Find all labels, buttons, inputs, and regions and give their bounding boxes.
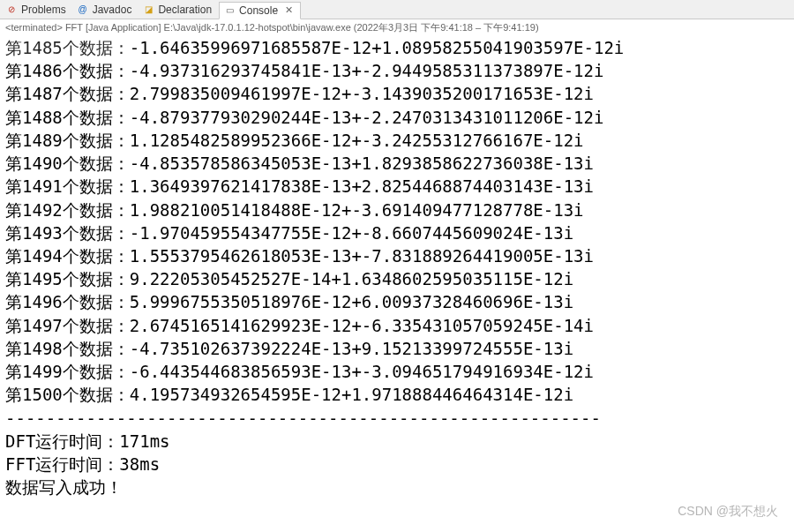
- line-value: 2.799835009461997E-12+-3.143903520017165…: [130, 84, 594, 103]
- output-line: 第1491个数据：1.3649397621417838E-13+2.825446…: [5, 175, 789, 198]
- line-value: -4.937316293745841E-13+-2.94495853113738…: [130, 61, 604, 80]
- tab-problems-label: Problems: [21, 4, 66, 16]
- line-index: 第1488个数据：: [5, 108, 130, 127]
- watermark: CSDN @我不想火: [678, 504, 778, 520]
- line-index: 第1487个数据：: [5, 84, 130, 103]
- line-index: 第1492个数据：: [5, 200, 130, 220]
- line-index: 第1489个数据：: [5, 131, 130, 150]
- line-value: 1.1285482589952366E-12+-3.24255312766167…: [130, 131, 584, 150]
- output-line: 第1494个数据：1.5553795462618053E-13+-7.83188…: [5, 244, 789, 267]
- tab-declaration-label: Declaration: [158, 4, 212, 16]
- line-index: 第1490个数据：: [5, 154, 130, 173]
- output-line: 第1489个数据：1.1285482589952366E-12+-3.24255…: [5, 129, 789, 152]
- tab-javadoc-label: Javadoc: [93, 4, 132, 16]
- output-line: 第1497个数据：2.6745165141629923E-12+-6.33543…: [5, 314, 789, 337]
- line-value: 4.195734932654595E-12+1.971888446464314E…: [130, 385, 573, 404]
- line-index: 第1491个数据：: [5, 176, 130, 196]
- javadoc-icon: @: [77, 4, 89, 16]
- line-value: -1.64635996971685587E-12+1.0895825504190…: [130, 38, 625, 57]
- status-terminated: <terminated>: [5, 22, 63, 33]
- output-line: 第1496个数据：5.9996755350518976E-12+6.009373…: [5, 290, 789, 313]
- line-index: 第1497个数据：: [5, 316, 130, 335]
- line-value: -6.443544683856593E-13+-3.09465179491693…: [130, 362, 594, 381]
- tab-javadoc[interactable]: @ Javadoc: [73, 1, 139, 19]
- line-value: 1.988210051418488E-12+-3.691409477128778…: [130, 200, 584, 220]
- line-index: 第1486个数据：: [5, 61, 130, 80]
- line-index: 第1498个数据：: [5, 339, 130, 358]
- output-line: 第1499个数据：-6.443544683856593E-13+-3.09465…: [5, 360, 789, 383]
- close-icon[interactable]: ✕: [285, 4, 293, 16]
- output-line: 第1485个数据：-1.64635996971685587E-12+1.0895…: [5, 36, 789, 59]
- output-line: 第1487个数据：2.799835009461997E-12+-3.143903…: [5, 82, 789, 105]
- output-line: 第1498个数据：-4.735102637392224E-13+9.152133…: [5, 337, 789, 360]
- output-line: 第1492个数据：1.988210051418488E-12+-3.691409…: [5, 199, 789, 221]
- tab-problems[interactable]: ⊘ Problems: [2, 1, 73, 19]
- line-value: 1.5553795462618053E-13+-7.83188926441900…: [130, 246, 594, 266]
- line-index: 第1494个数据：: [5, 246, 130, 266]
- console-output[interactable]: 第1485个数据：-1.64635996971685587E-12+1.0895…: [0, 36, 794, 504]
- line-index: 第1493个数据：: [5, 223, 130, 243]
- line-value: -4.879377930290244E-13+-2.24703134310112…: [130, 108, 604, 127]
- problems-icon: ⊘: [5, 4, 18, 16]
- views-tab-bar: ⊘ Problems @ Javadoc ◪ Declaration ▭ Con…: [0, 0, 794, 19]
- output-line: 第1488个数据：-4.879377930290244E-13+-2.24703…: [5, 106, 789, 129]
- line-index: 第1485个数据：: [5, 38, 130, 57]
- output-line: 第1500个数据：4.195734932654595E-12+1.9718884…: [5, 383, 789, 406]
- line-value: 9.22205305452527E-14+1.6348602595035115E…: [130, 269, 573, 288]
- status-path: E:\Java\jdk-17.0.1.12-hotspot\bin\javaw.…: [164, 22, 351, 33]
- console-icon: ▭: [223, 4, 236, 17]
- line-value: 2.6745165141629923E-12+-6.33543105705924…: [130, 316, 594, 335]
- line-value: 1.3649397621417838E-13+2.825446887440314…: [130, 176, 594, 196]
- output-line: 第1486个数据：-4.937316293745841E-13+-2.94495…: [5, 59, 789, 82]
- line-value: 5.9996755350518976E-12+6.00937328460696E…: [130, 292, 573, 311]
- divider-line: ----------------------------------------…: [5, 407, 789, 430]
- output-line: 第1490个数据：-4.853578586345053E-13+1.829385…: [5, 152, 789, 175]
- line-index: 第1495个数据：: [5, 269, 130, 288]
- line-value: -1.970459554347755E-12+-8.6607445609024E…: [130, 223, 573, 243]
- launch-status: <terminated> FFT [Java Application] E:\J…: [0, 19, 794, 36]
- done-message: 数据写入成功！: [5, 476, 789, 498]
- line-value: -4.735102637392224E-13+9.15213399724555E…: [130, 339, 573, 358]
- status-time: (2022年3月3日 下午9:41:18 – 下午9:41:19): [354, 22, 539, 33]
- line-value: -4.853578586345053E-13+1.829385862273603…: [130, 154, 594, 173]
- tab-console[interactable]: ▭ Console ✕: [219, 2, 301, 19]
- fft-time: FFT运行时间：38ms: [5, 453, 789, 476]
- declaration-icon: ◪: [142, 4, 154, 16]
- line-index: 第1499个数据：: [5, 362, 130, 381]
- tab-console-label: Console: [239, 4, 278, 17]
- line-index: 第1500个数据：: [5, 385, 130, 404]
- output-line: 第1495个数据：9.22205305452527E-14+1.63486025…: [5, 267, 789, 290]
- dft-time: DFT运行时间：171ms: [5, 430, 789, 453]
- tab-declaration[interactable]: ◪ Declaration: [139, 1, 219, 19]
- output-line: 第1493个数据：-1.970459554347755E-12+-8.66074…: [5, 221, 789, 244]
- status-app: FFT [Java Application]: [65, 22, 161, 33]
- line-index: 第1496个数据：: [5, 292, 130, 311]
